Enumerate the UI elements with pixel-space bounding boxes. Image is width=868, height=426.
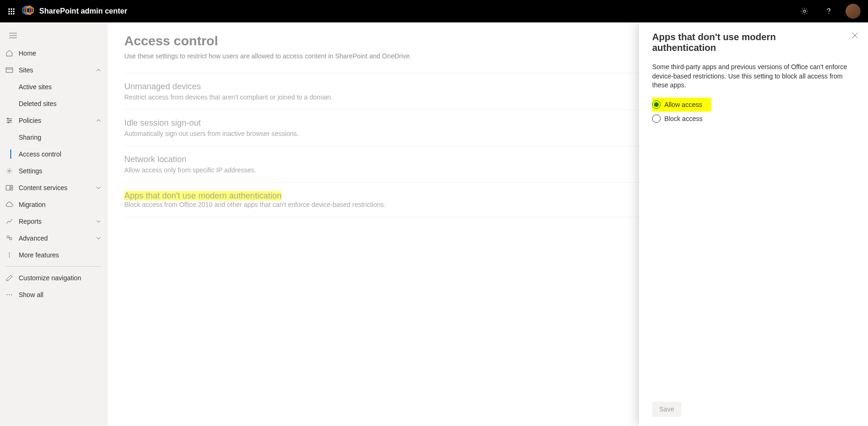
nav-label: Deleted sites — [19, 100, 57, 107]
nav-label: Home — [19, 50, 101, 57]
svg-rect-14 — [6, 185, 10, 190]
chevron-down-icon — [96, 185, 101, 191]
svg-point-25 — [11, 294, 12, 295]
svg-point-18 — [10, 238, 12, 240]
svg-point-21 — [9, 255, 10, 256]
top-header: SharePoint admin center — [0, 0, 868, 22]
settings-button[interactable] — [793, 0, 816, 22]
help-button[interactable] — [818, 0, 840, 22]
svg-line-19 — [9, 238, 10, 238]
nav-label: Migration — [19, 201, 101, 208]
svg-point-20 — [9, 253, 10, 254]
nav-sites[interactable]: Sites — [0, 62, 107, 78]
radio-icon — [652, 100, 661, 109]
svg-point-24 — [9, 294, 10, 295]
nav-label: Policies — [19, 117, 90, 124]
nav-label: More features — [19, 251, 101, 259]
panel-title: Apps that don't use modern authenticatio… — [652, 32, 855, 53]
nav-customize-navigation[interactable]: Customize navigation — [0, 270, 107, 286]
svg-point-23 — [7, 294, 7, 295]
nav-label: Sharing — [19, 134, 41, 141]
chevron-down-icon — [96, 235, 101, 241]
nav-content-services[interactable]: Content services — [0, 179, 107, 196]
close-panel-button[interactable] — [847, 28, 862, 43]
svg-rect-16 — [11, 188, 13, 190]
sidebar: Home Sites Active sites Deleted sites Po… — [0, 22, 107, 426]
nav-home[interactable]: Home — [0, 45, 107, 62]
svg-point-13 — [8, 170, 10, 172]
radio-label: Block access — [664, 115, 703, 122]
nav-deleted-sites[interactable]: Deleted sites — [0, 95, 107, 112]
svg-point-17 — [7, 236, 9, 238]
panel-footer: Save — [652, 394, 855, 417]
save-button[interactable]: Save — [652, 402, 681, 417]
svg-rect-5 — [6, 68, 13, 72]
migration-icon — [6, 201, 13, 208]
nav-label: Sites — [19, 66, 90, 74]
nav-divider — [6, 266, 101, 267]
svg-point-1 — [828, 13, 829, 14]
reports-icon — [6, 218, 13, 225]
nav-settings[interactable]: Settings — [0, 163, 107, 179]
svg-point-0 — [804, 10, 806, 13]
content-services-icon — [6, 184, 13, 192]
nav-label: Advanced — [19, 234, 90, 242]
radio-icon — [652, 114, 661, 123]
nav-label: Content services — [19, 184, 90, 192]
product-logo-icon — [21, 4, 36, 19]
sites-icon — [6, 66, 13, 74]
nav-reports[interactable]: Reports — [0, 213, 107, 230]
home-icon — [6, 50, 13, 57]
close-icon — [852, 32, 858, 39]
nav-label: Customize navigation — [19, 274, 101, 282]
nav-label: Show all — [19, 291, 101, 298]
edit-icon — [6, 274, 13, 282]
nav-label: Settings — [19, 167, 101, 175]
nav-show-all[interactable]: Show all — [0, 286, 107, 303]
waffle-icon — [8, 8, 14, 14]
ellipsis-icon — [6, 291, 13, 298]
nav-migration[interactable]: Migration — [0, 196, 107, 213]
hamburger-icon — [9, 33, 17, 38]
nav-label: Active sites — [19, 83, 52, 91]
nav-label: Reports — [19, 218, 90, 225]
app-launcher-button[interactable] — [4, 0, 19, 22]
policies-icon — [6, 117, 13, 124]
nav-advanced[interactable]: Advanced — [0, 230, 107, 247]
setting-title: Apps that don't use modern authenticatio… — [124, 191, 282, 200]
nav-label: Access control — [19, 150, 61, 158]
radio-block-access[interactable]: Block access — [652, 112, 855, 126]
user-avatar[interactable] — [846, 4, 861, 19]
svg-point-22 — [9, 256, 10, 257]
nav-access-control[interactable]: Access control — [0, 146, 107, 163]
chevron-down-icon — [96, 219, 101, 224]
header-title: SharePoint admin center — [39, 7, 128, 15]
nav-policies[interactable]: Policies — [0, 112, 107, 129]
flyout-panel: Apps that don't use modern authenticatio… — [639, 22, 868, 426]
nav-active-sites[interactable]: Active sites — [0, 78, 107, 95]
nav-sharing[interactable]: Sharing — [0, 129, 107, 146]
radio-allow-access[interactable]: Allow access — [652, 98, 711, 112]
chevron-up-icon — [96, 118, 101, 123]
header-right — [793, 0, 864, 22]
svg-rect-15 — [11, 185, 13, 187]
chevron-up-icon — [96, 67, 101, 73]
panel-description: Some third-party apps and previous versi… — [652, 63, 855, 90]
help-icon — [825, 7, 833, 15]
radio-label: Allow access — [664, 101, 702, 108]
gear-icon — [6, 167, 13, 175]
gear-icon — [800, 7, 809, 15]
advanced-icon — [6, 234, 13, 242]
collapse-nav-button[interactable] — [4, 26, 22, 45]
more-icon — [6, 251, 13, 259]
nav-more-features[interactable]: More features — [0, 247, 107, 263]
